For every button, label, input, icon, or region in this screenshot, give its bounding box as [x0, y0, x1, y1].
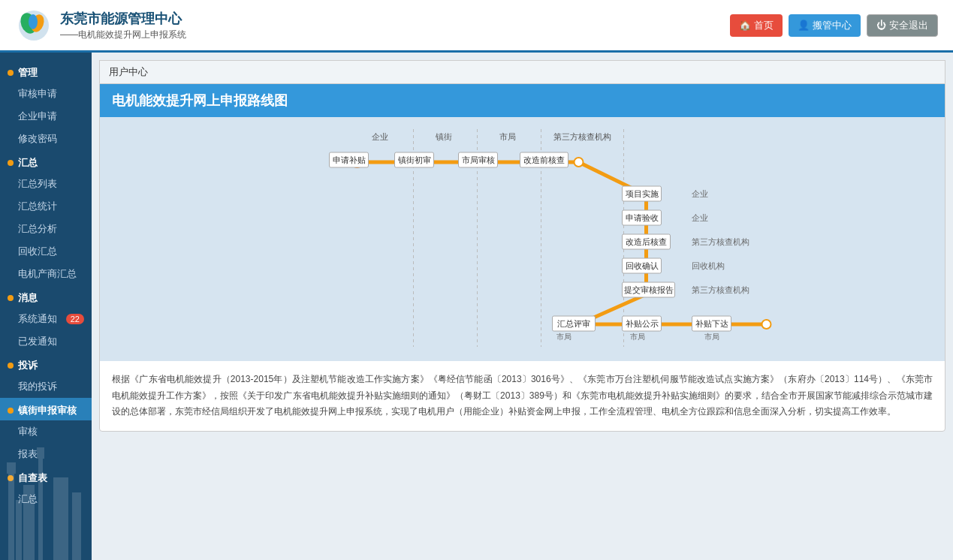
svg-text:市局: 市局	[630, 333, 645, 341]
svg-point-3	[29, 14, 38, 29]
logout-icon: ⏻	[876, 20, 886, 31]
logo-title: 东莞市能源管理中心	[60, 10, 186, 29]
page-title: 电机能效提升网上申报路线图	[100, 84, 945, 117]
svg-text:企业: 企业	[692, 213, 708, 222]
notice-badge: 22	[66, 314, 84, 324]
svg-text:第三方核查机构: 第三方核查机构	[692, 237, 749, 246]
content-card: 电机能效提升网上申报路线图 企业 镇街 市局 第三方核查机构	[99, 83, 945, 432]
svg-text:提交审核报告: 提交审核报告	[624, 285, 674, 294]
section-dot	[8, 295, 14, 301]
svg-text:第三方核查机构: 第三方核查机构	[692, 285, 749, 294]
svg-text:企业: 企业	[692, 189, 708, 198]
svg-text:汇总评审: 汇总评审	[557, 319, 590, 328]
svg-point-38	[762, 320, 771, 329]
svg-text:企业: 企业	[372, 132, 388, 141]
sidebar-item-review-application[interactable]: 审核申请	[0, 83, 92, 105]
svg-text:项目实施: 项目实施	[626, 189, 659, 198]
flowchart-area: 企业 镇街 市局 第三方核查机构	[100, 117, 945, 361]
svg-rect-8	[37, 447, 44, 459]
logo-text: 东莞市能源管理中心 ——电机能效提升网上申报系统	[60, 10, 186, 41]
svg-text:申请验收: 申请验收	[626, 213, 659, 222]
main-content: 用户中心 电机能效提升网上申报路线图 企业 镇街 市局 第三方核查机构	[92, 53, 953, 560]
svg-text:市局: 市局	[556, 333, 571, 341]
sidebar-item-recycle-summary[interactable]: 回收汇总	[0, 240, 92, 263]
svg-rect-4	[8, 470, 14, 560]
user-center-label: 用户中心	[109, 66, 148, 77]
sidebar: 管理 审核申请 企业申请 修改密码 汇总 汇总列表 汇总统计 汇总分析 回收汇总…	[0, 53, 92, 560]
svg-rect-11	[16, 500, 22, 560]
svg-text:市局: 市局	[704, 333, 719, 341]
svg-text:补贴公示: 补贴公示	[626, 319, 659, 328]
svg-rect-6	[23, 485, 35, 560]
logo: 东莞市能源管理中心 ——电机能效提升网上申报系统	[15, 7, 186, 44]
section-dot	[8, 160, 14, 166]
svg-rect-9	[53, 477, 68, 560]
sidebar-item-my-complaint[interactable]: 我的投诉	[0, 375, 92, 398]
svg-text:市局: 市局	[499, 132, 516, 141]
svg-rect-7	[38, 455, 43, 560]
logo-icon	[15, 7, 53, 44]
description-text: 根据《广东省电机能效提升（2013-2015年）及注塑机节能改造工作实施方案》《…	[100, 361, 945, 431]
header: 东莞市能源管理中心 ——电机能效提升网上申报系统 🏠 首页 👤 搬管中心 ⏻ 安…	[0, 0, 953, 53]
sidebar-section-message: 消息	[0, 285, 92, 308]
svg-text:市局审核: 市局审核	[462, 155, 495, 164]
svg-text:回收确认: 回收确认	[626, 261, 659, 270]
sidebar-section-complaint: 投诉	[0, 353, 92, 375]
sidebar-item-summary-analysis[interactable]: 汇总分析	[0, 218, 92, 240]
user-center-bar: 用户中心	[99, 60, 945, 83]
sidebar-item-summary-stats[interactable]: 汇总统计	[0, 195, 92, 218]
admin-button[interactable]: 👤 搬管中心	[789, 14, 861, 37]
sidebar-decoration	[0, 425, 92, 560]
sidebar-section-summary: 汇总	[0, 150, 92, 173]
sidebar-section-management: 管理	[0, 60, 92, 83]
svg-text:改造前核查: 改造前核查	[523, 155, 565, 164]
section-dot	[8, 70, 14, 76]
flowchart-svg: 企业 镇街 市局 第三方核查机构	[112, 129, 933, 347]
svg-rect-5	[7, 462, 16, 474]
svg-text:回收机构: 回收机构	[692, 261, 725, 270]
logo-subtitle: ——电机能效提升网上申报系统	[60, 29, 186, 41]
sidebar-item-sent-notice[interactable]: 已发通知	[0, 330, 92, 353]
section-dot	[8, 408, 14, 414]
svg-point-29	[575, 158, 584, 167]
svg-text:镇街初审: 镇街初审	[397, 155, 431, 164]
svg-text:第三方核查机构: 第三方核查机构	[553, 132, 611, 141]
logout-button[interactable]: ⏻ 安全退出	[867, 14, 938, 37]
layout: 管理 审核申请 企业申请 修改密码 汇总 汇总列表 汇总统计 汇总分析 回收汇总…	[0, 53, 953, 560]
sidebar-item-motor-vendor-summary[interactable]: 电机产商汇总	[0, 263, 92, 285]
home-button[interactable]: 🏠 首页	[730, 14, 783, 37]
svg-rect-10	[72, 492, 81, 560]
section-dot	[8, 363, 14, 369]
sidebar-item-summary-list[interactable]: 汇总列表	[0, 173, 92, 195]
home-icon: 🏠	[739, 20, 751, 31]
header-buttons: 🏠 首页 👤 搬管中心 ⏻ 安全退出	[730, 14, 938, 37]
svg-text:改造后核查: 改造后核查	[626, 237, 667, 246]
svg-text:申请补贴: 申请补贴	[333, 155, 366, 164]
admin-icon: 👤	[798, 20, 810, 31]
sidebar-item-change-password[interactable]: 修改密码	[0, 128, 92, 150]
svg-text:镇街: 镇街	[435, 132, 452, 141]
sidebar-section-district-review[interactable]: 镇街申报审核	[0, 398, 92, 420]
svg-text:补贴下达: 补贴下达	[695, 319, 728, 328]
sidebar-item-enterprise-application[interactable]: 企业申请	[0, 105, 92, 128]
sidebar-item-system-notice[interactable]: 系统通知 22	[0, 308, 92, 330]
